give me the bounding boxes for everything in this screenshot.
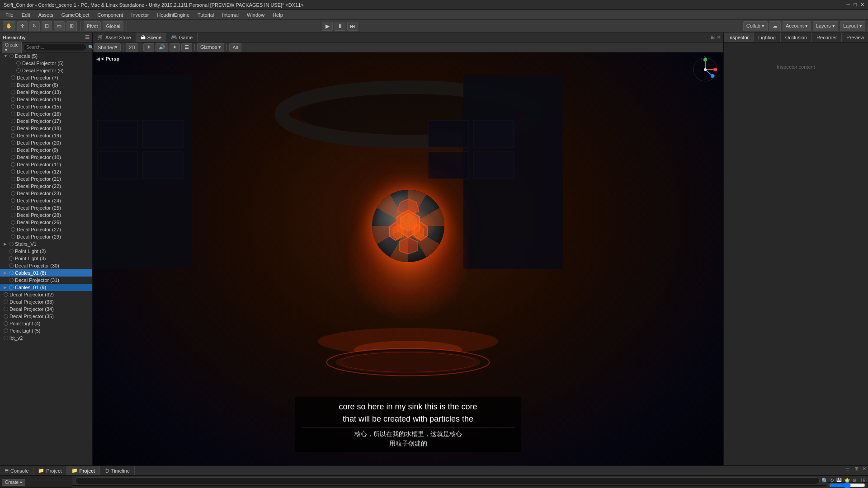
step-btn[interactable]: ⏭: [347, 22, 358, 31]
tab-inspector[interactable]: Inspector: [724, 33, 754, 42]
scale-tool-btn[interactable]: ⊡: [42, 21, 52, 31]
viewport-gizmo[interactable]: Y Z: [692, 56, 719, 83]
project-maximize-icon[interactable]: ⊞: [853, 466, 860, 475]
hierarchy-item-decal31[interactable]: Decal Projector (31): [0, 277, 92, 284]
tab-lighting[interactable]: Lighting: [754, 33, 781, 42]
pause-btn[interactable]: ⏸: [335, 22, 345, 31]
hierarchy-item[interactable]: Decal Projector (27): [0, 226, 92, 233]
hierarchy-item[interactable]: Decal Projector (9): [0, 146, 92, 154]
hierarchy-item[interactable]: Decal Projector (24): [0, 197, 92, 204]
hierarchy-item[interactable]: Decal Projector (16): [0, 110, 92, 117]
hierarchy-item[interactable]: Decal Projector (28): [0, 211, 92, 219]
menu-component[interactable]: Component: [94, 11, 127, 19]
audio-btn[interactable]: 🔊: [156, 43, 168, 52]
menu-gameobject[interactable]: GameObject: [58, 11, 93, 19]
transform-tool-btn[interactable]: ⊞: [66, 21, 77, 31]
maximize-btn[interactable]: □: [854, 2, 857, 8]
tab-occlusion[interactable]: Occlusion: [781, 33, 812, 42]
rotate-tool-btn[interactable]: ↻: [29, 21, 40, 31]
menu-file[interactable]: File: [2, 11, 17, 19]
hierarchy-item-decal35[interactable]: Decal Projector (35): [0, 313, 92, 320]
lighting-btn[interactable]: ☀: [143, 43, 154, 52]
menu-edit[interactable]: Edit: [18, 11, 34, 19]
hierarchy-item[interactable]: Decal Projector (10): [0, 154, 92, 161]
hierarchy-item-decals[interactable]: ▼ Decals (5): [0, 52, 92, 60]
effects-btn[interactable]: ✦: [170, 43, 180, 52]
hierarchy-item-decal30[interactable]: Decal Projector (30): [0, 262, 92, 269]
hierarchy-item[interactable]: Decal Projector (8): [0, 81, 92, 89]
hierarchy-menu-icon[interactable]: ☰: [85, 34, 90, 40]
tab-scene[interactable]: 🏔 Scene: [136, 33, 166, 42]
tab-project[interactable]: 📁 Project: [33, 466, 66, 475]
hierarchy-item[interactable]: Decal Projector (21): [0, 175, 92, 183]
hierarchy-item[interactable]: Decal Projector (18): [0, 125, 92, 132]
viewport-canvas[interactable]: ◀ < Persp Y: [93, 52, 723, 465]
hierarchy-item-decal33[interactable]: Decal Projector (33): [0, 298, 92, 305]
hierarchy-item[interactable]: Decal Projector (13): [0, 89, 92, 96]
shading-mode-btn[interactable]: Shaded▾: [94, 43, 121, 52]
hierarchy-item[interactable]: Decal Projector (7): [0, 74, 92, 81]
hierarchy-item[interactable]: Decal Projector (26): [0, 219, 92, 226]
close-scene-icon[interactable]: ✕: [717, 34, 721, 40]
project-create-btn[interactable]: Create ▾: [2, 479, 25, 486]
tab-preview[interactable]: Preview: [842, 33, 868, 42]
tab-asset-store[interactable]: 🛒 Asset Store: [93, 33, 136, 42]
hierarchy-item[interactable]: Decal Projector (19): [0, 132, 92, 139]
project-search-input[interactable]: [75, 477, 820, 484]
hand-tool-btn[interactable]: ✋: [3, 21, 15, 31]
global-btn[interactable]: Global: [103, 21, 123, 31]
hierarchy-search-input[interactable]: [23, 44, 87, 51]
tab-console[interactable]: ⊟ Console: [0, 466, 33, 475]
move-tool-btn[interactable]: ✛: [17, 21, 28, 31]
gizmos-btn[interactable]: Gizmos ▾: [197, 43, 224, 52]
hierarchy-item[interactable]: Decal Projector (29): [0, 233, 92, 240]
hierarchy-item-decal32[interactable]: Decal Projector (32): [0, 291, 92, 298]
layout-btn[interactable]: Layout ▾: [840, 21, 865, 31]
menu-internal[interactable]: Internal: [218, 11, 242, 19]
menu-help[interactable]: Help: [269, 11, 287, 19]
collab-btn[interactable]: Collab ▾: [743, 21, 768, 31]
hierarchy-create-btn[interactable]: Create ▾: [2, 42, 22, 53]
hierarchy-item[interactable]: Decal Projector (5): [0, 60, 92, 67]
rect-tool-btn[interactable]: ▭: [54, 21, 65, 31]
account-btn[interactable]: Account ▾: [783, 21, 811, 31]
maximize-scene-icon[interactable]: ⊞: [711, 34, 715, 40]
hierarchy-item[interactable]: Decal Projector (6): [0, 67, 92, 74]
hierarchy-item-cables9[interactable]: ▶ Cables_01 (9): [0, 284, 92, 291]
hierarchy-item[interactable]: Decal Projector (23): [0, 190, 92, 197]
hierarchy-item-pointlight3[interactable]: Point Light (3): [0, 255, 92, 262]
hierarchy-item[interactable]: Decal Projector (17): [0, 117, 92, 125]
project-close-icon[interactable]: ✕: [860, 466, 868, 475]
hierarchy-item-decal34[interactable]: Decal Projector (34): [0, 305, 92, 313]
2d-mode-btn[interactable]: 2D: [126, 43, 138, 52]
pivot-btn[interactable]: Pivot: [84, 21, 101, 31]
menu-tutorial[interactable]: Tutorial: [194, 11, 217, 19]
hidden-btn[interactable]: ☰: [181, 43, 192, 52]
menu-assets[interactable]: Assets: [35, 11, 57, 19]
hierarchy-item[interactable]: Decal Projector (12): [0, 168, 92, 175]
menu-window[interactable]: Window: [243, 11, 268, 19]
tab-game[interactable]: 🎮 Game: [166, 33, 198, 42]
hierarchy-item[interactable]: Decal Projector (11): [0, 161, 92, 168]
project-menu-icon[interactable]: ☰: [843, 466, 853, 475]
hierarchy-item-pointlight4[interactable]: Point Light (4): [0, 320, 92, 327]
hierarchy-item-cables8[interactable]: ▶ Cables_01 (8): [0, 269, 92, 277]
tab-project2[interactable]: 📁 Project: [67, 466, 100, 475]
hierarchy-item[interactable]: Decal Projector (22): [0, 183, 92, 190]
close-btn[interactable]: ✕: [860, 2, 864, 8]
hierarchy-item-stairs[interactable]: ▶ Stairs_V1: [0, 240, 92, 248]
all-filter-btn[interactable]: All: [229, 43, 241, 52]
hierarchy-item[interactable]: Decal Projector (25): [0, 204, 92, 211]
minimize-btn[interactable]: ─: [847, 2, 850, 8]
hierarchy-item[interactable]: Decal Projector (15): [0, 103, 92, 110]
menu-invector[interactable]: Invector: [127, 11, 152, 19]
tab-recorder[interactable]: Recorder: [812, 33, 842, 42]
menu-houdini[interactable]: HoudiniEngine: [153, 11, 193, 19]
hierarchy-item-pointlight5[interactable]: Point Light (5): [0, 327, 92, 334]
play-btn[interactable]: ▶: [322, 22, 333, 31]
tab-timeline[interactable]: ⏱ Timeline: [100, 466, 135, 475]
cloud-btn[interactable]: ☁: [769, 21, 781, 31]
zoom-slider[interactable]: [829, 483, 865, 487]
hierarchy-item[interactable]: Decal Projector (20): [0, 139, 92, 146]
hierarchy-item-lbt[interactable]: lbt_v2: [0, 334, 92, 342]
